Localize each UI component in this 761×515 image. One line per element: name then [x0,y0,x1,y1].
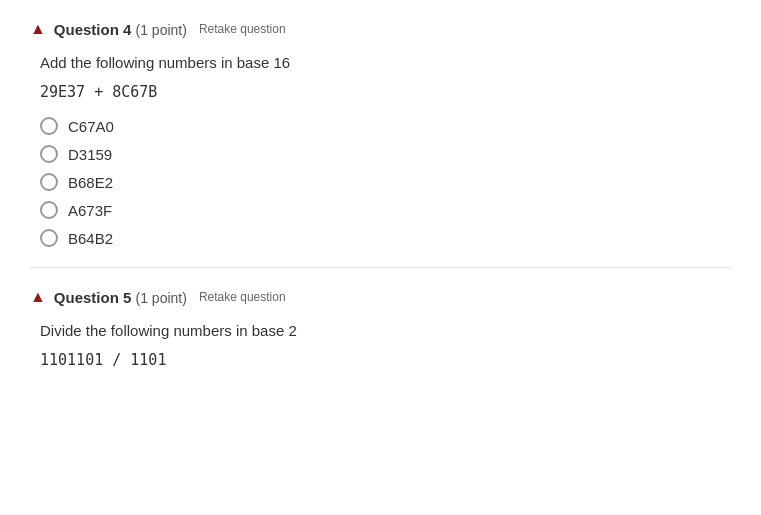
radio-q4-4[interactable] [40,229,58,247]
question-4-header: ▲ Question 4 (1 point) Retake question [30,20,731,38]
option-label-q4-3: A673F [68,202,112,219]
question-5-expression: 1101101 / 1101 [40,351,731,369]
warning-icon-q5: ▲ [30,288,46,306]
option-label-q4-4: B64B2 [68,230,113,247]
radio-q4-3[interactable] [40,201,58,219]
question-5-text: Divide the following numbers in base 2 [40,322,731,339]
radio-q4-2[interactable] [40,173,58,191]
question-4-options: C67A0 D3159 B68E2 A673F B64B2 [40,117,731,247]
radio-q4-0[interactable] [40,117,58,135]
question-5-section: ▲ Question 5 (1 point) Retake question D… [30,288,731,369]
section-divider [30,267,731,268]
question-5-header: ▲ Question 5 (1 point) Retake question [30,288,731,306]
retake-link-q5[interactable]: Retake question [199,290,286,304]
quiz-container: ▲ Question 4 (1 point) Retake question A… [30,20,731,369]
question-5-number: Question 5 [54,289,132,306]
option-q4-2[interactable]: B68E2 [40,173,731,191]
option-label-q4-0: C67A0 [68,118,114,135]
question-4-number: Question 4 [54,21,132,38]
option-label-q4-2: B68E2 [68,174,113,191]
question-4-expression: 29E37 + 8C67B [40,83,731,101]
option-q4-4[interactable]: B64B2 [40,229,731,247]
question-4-section: ▲ Question 4 (1 point) Retake question A… [30,20,731,247]
option-q4-3[interactable]: A673F [40,201,731,219]
question-4-title: Question 4 (1 point) [54,21,187,38]
question-4-text: Add the following numbers in base 16 [40,54,731,71]
question-4-body: Add the following numbers in base 16 29E… [40,54,731,247]
warning-icon-q4: ▲ [30,20,46,38]
question-5-body: Divide the following numbers in base 2 1… [40,322,731,369]
question-5-title: Question 5 (1 point) [54,289,187,306]
option-label-q4-1: D3159 [68,146,112,163]
option-q4-1[interactable]: D3159 [40,145,731,163]
question-4-points: (1 point) [136,22,187,38]
option-q4-0[interactable]: C67A0 [40,117,731,135]
radio-q4-1[interactable] [40,145,58,163]
retake-link-q4[interactable]: Retake question [199,22,286,36]
question-5-points: (1 point) [136,290,187,306]
